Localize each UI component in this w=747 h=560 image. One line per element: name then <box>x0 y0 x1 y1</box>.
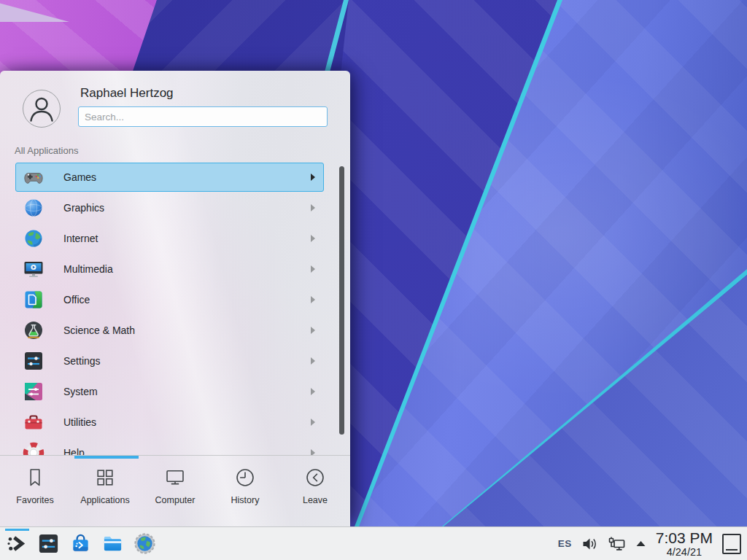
category-label: Office <box>63 294 90 306</box>
category-internet[interactable]: Internet <box>15 224 324 253</box>
category-label: System <box>63 386 98 397</box>
discover-bag-icon <box>69 532 92 555</box>
office-icon <box>22 288 45 311</box>
category-system[interactable]: System <box>15 377 324 406</box>
help-icon <box>22 441 45 455</box>
clock-time: 7:03 PM <box>656 530 713 545</box>
chevron-right-icon <box>310 173 316 182</box>
category-label: Help <box>63 447 85 455</box>
utilities-icon <box>22 411 45 434</box>
category-label: Internet <box>63 233 98 244</box>
chevron-right-icon <box>310 326 316 335</box>
chevron-right-icon <box>310 418 316 427</box>
keyboard-layout-indicator[interactable]: ES <box>558 538 572 549</box>
internet-icon <box>22 227 45 250</box>
folder-icon <box>101 532 124 555</box>
user-avatar[interactable] <box>23 90 61 128</box>
chevron-right-icon <box>310 265 316 273</box>
chevron-right-icon <box>310 357 316 365</box>
category-label: Graphics <box>63 202 104 214</box>
search-input[interactable] <box>78 106 328 127</box>
category-label: Games <box>63 171 96 183</box>
leave-circle-icon <box>304 467 326 489</box>
section-label-all-applications: All Applications <box>15 145 78 156</box>
desktop: Raphael Hertzog All Applications <box>0 0 747 560</box>
category-games[interactable]: Games <box>15 163 324 192</box>
tab-label: History <box>231 495 260 505</box>
clock-date: 4/24/21 <box>667 547 702 558</box>
games-icon <box>22 166 45 189</box>
tab-label: Favorites <box>16 495 53 505</box>
globe-gear-icon <box>133 532 156 555</box>
tab-label: Applications <box>80 495 129 505</box>
web-browser-button[interactable] <box>133 532 156 555</box>
application-launcher-menu: Raphael Hertzog All Applications <box>0 71 350 526</box>
expand-caret-icon[interactable] <box>635 540 646 547</box>
multimedia-icon <box>22 257 45 281</box>
settings-icon <box>22 349 45 373</box>
category-office[interactable]: Office <box>15 285 324 314</box>
category-label: Multimedia <box>63 263 113 275</box>
active-tab-indicator <box>74 456 139 459</box>
app-launcher-button[interactable] <box>5 532 28 555</box>
category-help[interactable]: Help <box>15 438 324 455</box>
science-icon <box>22 319 45 342</box>
category-label: Science & Math <box>63 324 135 336</box>
tab-leave[interactable]: Leave <box>280 456 350 526</box>
digital-clock[interactable]: 7:03 PM 4/24/21 <box>656 530 713 558</box>
chevron-right-icon <box>310 448 316 455</box>
category-utilities[interactable]: Utilities <box>15 408 324 437</box>
file-manager-button[interactable] <box>101 532 124 555</box>
tab-history[interactable]: History <box>210 456 280 526</box>
tab-bar: Favorites Applications <box>0 455 350 526</box>
network-icon[interactable] <box>608 536 626 552</box>
category-label: Utilities <box>63 416 96 428</box>
clock-icon <box>234 467 256 489</box>
show-desktop-widget[interactable] <box>722 534 741 554</box>
tab-label: Computer <box>155 495 196 505</box>
taskbar: ES 7:03 PM <box>0 526 747 560</box>
discover-button[interactable] <box>69 532 92 555</box>
kde-launcher-icon <box>5 532 28 555</box>
system-tray: ES 7:03 PM <box>558 527 741 560</box>
category-settings[interactable]: Settings <box>15 346 324 376</box>
chevron-right-icon <box>310 387 316 396</box>
tab-computer[interactable]: Computer <box>140 456 210 526</box>
taskbar-apps <box>5 527 156 560</box>
category-science-math[interactable]: Science & Math <box>15 316 324 345</box>
tab-applications[interactable]: Applications <box>70 456 140 526</box>
tab-label: Leave <box>303 495 328 505</box>
monitor-icon <box>164 467 186 489</box>
system-settings-icon <box>37 532 60 555</box>
graphics-icon <box>22 196 45 219</box>
volume-icon[interactable] <box>581 537 598 551</box>
category-graphics[interactable]: Graphics <box>15 193 324 222</box>
chevron-right-icon <box>310 203 316 212</box>
chevron-right-icon <box>310 234 316 243</box>
tab-favorites[interactable]: Favorites <box>0 456 70 526</box>
user-name: Raphael Hertzog <box>80 86 174 101</box>
grid-icon <box>94 467 116 489</box>
scrollbar[interactable] <box>339 166 344 435</box>
category-label: Settings <box>63 355 101 367</box>
bookmark-icon <box>24 467 46 489</box>
category-multimedia[interactable]: Multimedia <box>15 254 324 284</box>
chevron-right-icon <box>310 295 316 304</box>
system-icon <box>22 380 45 403</box>
user-icon <box>23 90 60 127</box>
category-list: Games Graphics <box>0 163 350 455</box>
system-settings-button[interactable] <box>37 532 60 555</box>
